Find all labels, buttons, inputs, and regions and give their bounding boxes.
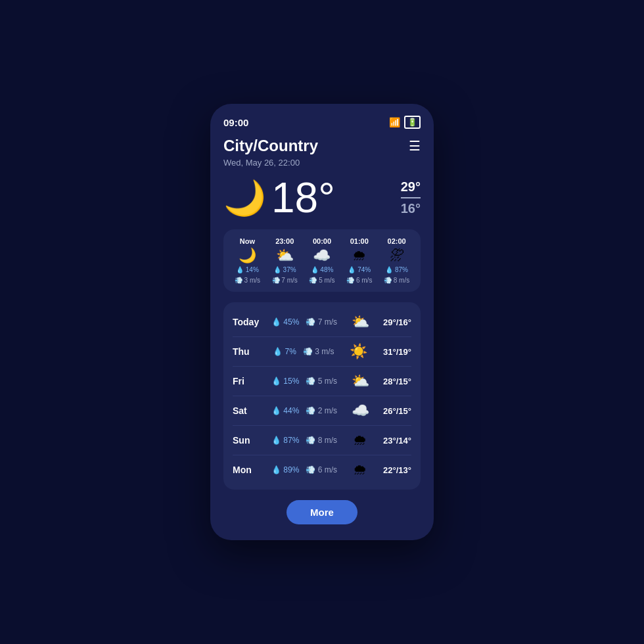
date-text: Wed, May 26, 22:00 bbox=[223, 158, 421, 168]
day-wind: 💨 7 m/s bbox=[306, 317, 337, 327]
day-wind: 💨 2 m/s bbox=[306, 406, 337, 415]
day-row: Thu 💧 7% 💨 3 m/s ☀️ 31°/19° bbox=[233, 337, 411, 367]
day-stats: 💧 45% 💨 7 m/s bbox=[271, 317, 337, 327]
temp-divider bbox=[401, 197, 421, 198]
day-name: Thu bbox=[233, 346, 258, 357]
hour-precip: 💧 14% bbox=[236, 266, 259, 273]
day-temps: 26°/15° bbox=[383, 406, 411, 416]
hour-icon: ☁️ bbox=[313, 248, 331, 263]
day-name: Today bbox=[233, 317, 258, 327]
current-right: 29° 16° bbox=[401, 179, 421, 216]
day-precip: 💧 89% bbox=[271, 465, 299, 474]
day-temps: 29°/16° bbox=[383, 317, 411, 327]
day-row: Today 💧 45% 💨 7 m/s ⛅ 29°/16° bbox=[233, 308, 411, 337]
signal-icon: 📶 bbox=[389, 117, 400, 127]
status-bar: 09:00 📶 🔋 bbox=[223, 116, 421, 129]
hour-label: 01:00 bbox=[350, 237, 369, 245]
hour-label: 00:00 bbox=[313, 237, 331, 245]
day-precip: 💧 87% bbox=[271, 436, 299, 445]
day-precip: 💧 45% bbox=[271, 317, 299, 327]
day-stats: 💧 89% 💨 6 m/s bbox=[271, 465, 337, 474]
hour-wind: 💨 8 m/s bbox=[384, 277, 409, 284]
hour-wind: 💨 5 m/s bbox=[309, 277, 334, 284]
header: City/Country ☰ bbox=[223, 137, 421, 155]
hour-precip: 💧 87% bbox=[385, 266, 408, 273]
day-row: Mon 💧 89% 💨 6 m/s 🌧 22°/13° bbox=[233, 455, 411, 484]
day-icon: ⛅ bbox=[351, 313, 369, 331]
hour-icon: 🌧 bbox=[352, 248, 367, 263]
current-temp: 18° bbox=[271, 177, 335, 219]
day-temps: 22°/13° bbox=[383, 465, 411, 475]
hour-wind: 💨 3 m/s bbox=[235, 277, 260, 284]
hour-wind: 💨 7 m/s bbox=[272, 277, 298, 284]
hour-column: Now 🌙 💧 14% 💨 3 m/s bbox=[229, 237, 266, 284]
hour-column: 01:00 🌧 💧 74% 💨 6 m/s bbox=[340, 237, 378, 284]
day-name: Fri bbox=[233, 376, 258, 386]
day-name: Sun bbox=[233, 435, 258, 446]
current-weather-icon: 🌙 bbox=[223, 178, 266, 218]
day-wind: 💨 3 m/s bbox=[303, 347, 334, 356]
day-icon: ⛅ bbox=[351, 373, 369, 390]
hour-column: 23:00 ⛅ 💧 37% 💨 7 m/s bbox=[266, 237, 304, 284]
day-wind: 💨 5 m/s bbox=[306, 377, 337, 386]
day-icon: ☁️ bbox=[351, 402, 369, 419]
hour-precip: 💧 74% bbox=[348, 266, 371, 273]
day-wind: 💨 8 m/s bbox=[306, 436, 337, 445]
hour-icon: ⛈ bbox=[390, 248, 404, 263]
day-row: Sat 💧 44% 💨 2 m/s ☁️ 26°/15° bbox=[233, 396, 411, 426]
menu-icon[interactable]: ☰ bbox=[409, 138, 421, 154]
current-weather: 🌙 18° 29° 16° bbox=[223, 177, 421, 219]
hourly-forecast: Now 🌙 💧 14% 💨 3 m/s 23:00 ⛅ 💧 37% 💨 7 m/… bbox=[223, 229, 421, 292]
hour-label: Now bbox=[240, 237, 255, 245]
day-row: Sun 💧 87% 💨 8 m/s 🌧 23°/14° bbox=[233, 426, 411, 455]
day-icon: 🌧 bbox=[351, 461, 369, 478]
hour-wind: 💨 6 m/s bbox=[346, 277, 372, 284]
phone-frame: 09:00 📶 🔋 City/Country ☰ Wed, May 26, 22… bbox=[210, 104, 434, 540]
day-precip: 💧 44% bbox=[271, 406, 299, 415]
temp-high: 29° bbox=[401, 179, 421, 195]
day-temps: 31°/19° bbox=[383, 347, 411, 357]
hour-column: 00:00 ☁️ 💧 48% 💨 5 m/s bbox=[304, 237, 341, 284]
status-time: 09:00 bbox=[223, 117, 248, 128]
day-row: Fri 💧 15% 💨 5 m/s ⛅ 28°/15° bbox=[233, 367, 411, 396]
daily-forecast: Today 💧 45% 💨 7 m/s ⛅ 29°/16° Thu 💧 7% 💨… bbox=[223, 302, 421, 490]
battery-icon: 🔋 bbox=[404, 116, 421, 129]
day-stats: 💧 7% 💨 3 m/s bbox=[273, 347, 334, 356]
temp-low: 16° bbox=[401, 201, 421, 216]
more-button[interactable]: More bbox=[287, 500, 357, 524]
hour-precip: 💧 37% bbox=[273, 266, 296, 273]
day-precip: 💧 15% bbox=[271, 377, 299, 386]
day-stats: 💧 44% 💨 2 m/s bbox=[271, 406, 337, 415]
hour-icon: 🌙 bbox=[239, 248, 256, 263]
day-wind: 💨 6 m/s bbox=[306, 465, 337, 474]
city-title: City/Country bbox=[223, 137, 318, 155]
day-name: Mon bbox=[233, 465, 258, 475]
hour-precip: 💧 48% bbox=[311, 266, 334, 273]
day-name: Sat bbox=[233, 405, 258, 416]
hour-column: 02:00 ⛈ 💧 87% 💨 8 m/s bbox=[378, 237, 415, 284]
day-stats: 💧 87% 💨 8 m/s bbox=[271, 436, 337, 445]
hour-label: 02:00 bbox=[388, 237, 406, 245]
day-precip: 💧 7% bbox=[273, 347, 296, 356]
current-left: 🌙 18° bbox=[223, 177, 335, 219]
day-temps: 28°/15° bbox=[383, 377, 411, 386]
day-icon: ☀️ bbox=[350, 343, 368, 360]
day-stats: 💧 15% 💨 5 m/s bbox=[271, 377, 337, 386]
day-icon: 🌧 bbox=[351, 432, 369, 449]
hour-icon: ⛅ bbox=[276, 248, 294, 263]
status-icons: 📶 🔋 bbox=[389, 116, 421, 129]
hour-label: 23:00 bbox=[275, 237, 294, 245]
day-temps: 23°/14° bbox=[383, 436, 411, 446]
